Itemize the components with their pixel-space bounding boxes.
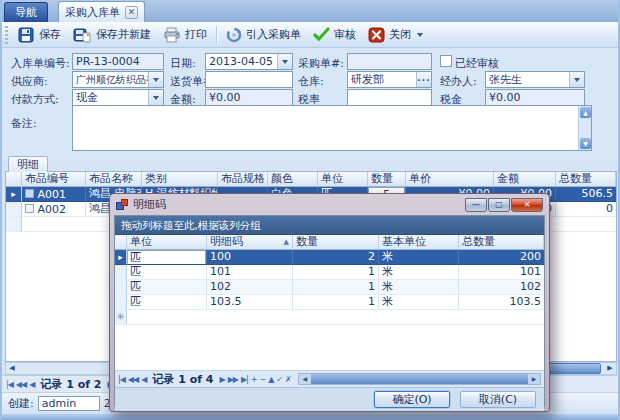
audit-button[interactable]: 审核 — [307, 24, 362, 46]
column-header[interactable]: 类别 — [142, 172, 218, 187]
nav-next-page-icon[interactable]: ▶▶ — [228, 375, 238, 384]
nav-next-icon[interactable]: ▶ — [219, 375, 224, 384]
po-no-field[interactable] — [347, 53, 432, 70]
amount-field[interactable]: ¥0.00 — [205, 89, 293, 106]
handler-field[interactable]: 张先生 — [485, 71, 585, 88]
save-and-new-button[interactable]: 保存并新建 — [67, 24, 157, 46]
nav-delete-icon[interactable]: − — [260, 375, 266, 384]
nav-prev-page-icon[interactable]: ◀◀ — [16, 380, 26, 389]
cancel-button[interactable]: 取消(C) — [460, 391, 536, 408]
handler-label: 经办人: — [440, 74, 477, 89]
new-row[interactable]: ✳ — [115, 310, 544, 325]
scroll-up-icon[interactable]: ▲ — [580, 107, 591, 118]
nav-prev-icon[interactable]: ◀ — [29, 380, 34, 389]
nav-edit-icon[interactable]: ▲ — [268, 375, 273, 384]
table-row[interactable]: ▸ 匹 100 2 米 200 — [115, 250, 544, 265]
unit-editor[interactable]: 匹 — [127, 250, 206, 265]
creator-label: 创建: — [8, 396, 34, 411]
supplier-dropdown-icon[interactable] — [148, 72, 163, 87]
tab-purchase-receipt[interactable]: 采购入库单 ✕ — [58, 1, 145, 22]
column-header[interactable]: 颜色 — [268, 172, 318, 187]
column-header[interactable]: 总数量 — [459, 235, 544, 250]
table-row[interactable]: 匹 103.5 1 米 103.5 — [115, 295, 544, 310]
row-expand-icon[interactable] — [25, 204, 34, 213]
cell: 米 — [379, 265, 459, 280]
nav-prev-icon[interactable]: ◀ — [141, 375, 146, 384]
dialog-titlebar[interactable]: 明细码 — ▢ ✕ — [110, 194, 549, 215]
column-header[interactable]: 基本单位 — [379, 235, 459, 250]
creator-field[interactable]: admin — [38, 396, 100, 411]
close-button[interactable]: 关闭 — [362, 24, 429, 46]
nav-commit-icon[interactable]: ✓ — [276, 375, 282, 384]
save-label: 保存 — [39, 27, 61, 42]
close-dropdown-icon[interactable] — [417, 33, 423, 37]
warehouse-field[interactable]: 研发部 ··· — [347, 71, 432, 88]
column-header[interactable]: 单价 — [406, 172, 494, 187]
column-header[interactable]: 单位 — [127, 235, 207, 250]
dialog-grid: 单位 明细码▲ 数量 基本单位 总数量 ▸ 匹 100 2 米 200 — [115, 235, 544, 325]
warehouse-label: 仓库: — [298, 74, 324, 89]
print-icon — [163, 27, 181, 43]
column-header[interactable]: 明细码▲ — [207, 235, 293, 250]
import-po-label: 引入采购单 — [246, 27, 301, 42]
audited-checkbox[interactable] — [440, 55, 452, 67]
column-header[interactable]: 单位 — [318, 172, 368, 187]
import-purchase-order-button[interactable]: 引入采购单 — [220, 24, 307, 46]
minimize-icon[interactable]: — — [465, 198, 487, 212]
header-form: 入库单编号: PR-13-0004 日期: 2013-04-05 采购单#: 已… — [2, 48, 620, 158]
column-header[interactable]: 总数量 — [556, 172, 616, 187]
row-expand-icon[interactable] — [25, 189, 34, 198]
handler-dropdown-icon[interactable] — [569, 72, 584, 87]
nav-append-icon[interactable]: + — [251, 375, 257, 384]
scrollbar-thumb[interactable] — [311, 374, 528, 384]
remark-scrollbar[interactable]: ▲ ▼ — [578, 106, 591, 150]
dialog-close-icon[interactable]: ✕ — [511, 198, 543, 212]
column-header[interactable]: 布品名称 — [86, 172, 142, 187]
dialog-horizontal-scrollbar[interactable]: ◀ ▶ — [298, 373, 541, 385]
ok-button[interactable]: 确定(O) — [374, 391, 450, 408]
date-field[interactable]: 2013-04-05 — [205, 53, 293, 70]
nav-last-icon[interactable]: ▶| — [241, 375, 248, 384]
maximize-icon[interactable]: ▢ — [488, 198, 510, 212]
warehouse-ellipsis-icon[interactable]: ··· — [416, 72, 431, 87]
receipt-no-field[interactable]: PR-13-0004 — [72, 53, 164, 70]
nav-first-icon[interactable]: |◀ — [118, 375, 125, 384]
remark-textarea[interactable] — [72, 105, 592, 151]
payment-field[interactable]: 现金 — [72, 89, 164, 106]
scroll-down-icon[interactable]: ▼ — [580, 138, 591, 149]
cell: 1 — [293, 295, 379, 310]
supplier-field[interactable]: 广州顺亿纺织品有限公司 — [72, 71, 164, 88]
row-selector-icon: ▸ — [6, 187, 22, 202]
cell: 102 — [207, 280, 293, 295]
table-row[interactable]: 匹 101 1 米 101 — [115, 265, 544, 280]
column-header[interactable]: 布品编号 — [22, 172, 86, 187]
scroll-right-icon[interactable]: ▶ — [604, 363, 616, 374]
date-dropdown-icon[interactable] — [277, 54, 292, 69]
nav-first-icon[interactable]: |◀ — [6, 380, 13, 389]
print-button[interactable]: 打印 — [157, 24, 213, 46]
save-button[interactable]: 保存 — [12, 24, 67, 46]
grid-header-row: 布品编号 布品名称 类别 布品规格 颜色 单位 数量 单价 金额 总数量 — [6, 172, 616, 187]
column-header[interactable]: 布品规格 — [218, 172, 268, 187]
tax-rate-field[interactable] — [347, 89, 432, 106]
dialog-footer: 确定(O) 取消(C) — [115, 387, 544, 411]
group-by-panel[interactable]: 拖动列标题至此,根据该列分组 — [115, 216, 544, 235]
scroll-right-icon[interactable]: ▶ — [528, 374, 540, 384]
scroll-left-icon[interactable]: ◀ — [6, 363, 18, 374]
column-header[interactable]: 金额 — [494, 172, 556, 187]
tab-detail[interactable]: 明细 — [8, 156, 48, 172]
payment-dropdown-icon[interactable] — [148, 90, 163, 105]
nav-cancel-icon[interactable]: ✗ — [285, 375, 291, 384]
app-window: 导航 采购入库单 ✕ 保存 保存并新建 打印 — [0, 0, 620, 420]
tab-close-icon[interactable]: ✕ — [125, 6, 138, 19]
nav-prev-page-icon[interactable]: ◀◀ — [128, 375, 138, 384]
cell: 1 — [293, 280, 379, 295]
column-header[interactable]: 数量 — [293, 235, 379, 250]
cell: A001 — [22, 187, 86, 202]
tax-field[interactable]: ¥0.00 — [485, 89, 585, 106]
tab-navigation[interactable]: 导航 — [4, 2, 48, 22]
table-row[interactable]: 匹 102 1 米 102 — [115, 280, 544, 295]
scroll-left-icon[interactable]: ◀ — [299, 374, 311, 384]
delivery-no-field[interactable] — [205, 71, 293, 88]
column-header[interactable]: 数量 — [368, 172, 406, 187]
